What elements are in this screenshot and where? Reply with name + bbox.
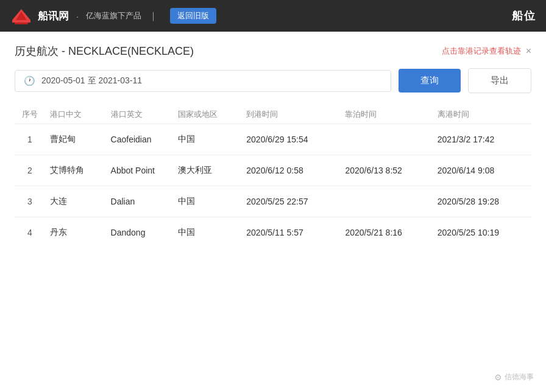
cell-2-4: 2020/5/25 22:57 [241, 186, 340, 217]
cell-1-4: 2020/6/12 0:58 [241, 155, 340, 186]
title-row: 历史航次 - NECKLACE(NECKLACE) 点击靠港记录查看轨迹 × [15, 44, 531, 58]
logo-icon [10, 7, 33, 25]
old-version-button[interactable]: 返回旧版 [170, 8, 216, 24]
header-left: 船讯网 · 亿海蓝旗下产品 ｜ 返回旧版 [10, 7, 216, 25]
cell-3-3: 中国 [173, 217, 241, 248]
col-header-berth: 靠泊时间 [340, 105, 432, 124]
cell-0-5 [340, 124, 432, 155]
table-row[interactable]: 1曹妃甸Caofeidian中国2020/6/29 15:542021/3/2 … [15, 124, 531, 155]
cell-1-2: Abbot Point [106, 155, 174, 186]
svg-rect-2 [15, 23, 28, 24]
col-header-departure: 离港时间 [433, 105, 531, 124]
cell-3-5: 2020/5/21 8:16 [340, 217, 432, 248]
cell-0-2: Caofeidian [106, 124, 174, 155]
watermark-label: 信德海事 [505, 372, 534, 382]
col-header-port-cn: 港口中文 [45, 105, 106, 124]
track-hint-area: 点击靠港记录查看轨迹 × [442, 46, 531, 57]
brand-divider: · [76, 11, 79, 21]
query-button[interactable]: 查询 [399, 69, 461, 93]
cell-2-2: Dalian [106, 186, 174, 217]
cell-3-2: Dandong [106, 217, 174, 248]
col-header-index: 序号 [15, 105, 45, 124]
brand-name: 船讯网 [38, 9, 69, 23]
date-range-text: 2020-05-01 至 2021-03-11 [41, 75, 142, 86]
close-icon[interactable]: × [526, 46, 531, 57]
date-range-input[interactable]: 🕐 2020-05-01 至 2021-03-11 [15, 70, 391, 92]
cell-0-3: 中国 [173, 124, 241, 155]
cell-3-1: 丹东 [45, 217, 106, 248]
cell-1-0: 2 [15, 155, 45, 186]
cell-0-4: 2020/6/29 15:54 [241, 124, 340, 155]
separator: ｜ [149, 10, 158, 22]
cell-2-6: 2020/5/28 19:28 [433, 186, 531, 217]
table-row[interactable]: 3大连Dalian中国2020/5/25 22:572020/5/28 19:2… [15, 186, 531, 217]
cell-3-6: 2020/5/25 10:19 [433, 217, 531, 248]
cell-0-6: 2021/3/2 17:42 [433, 124, 531, 155]
col-header-country: 国家或地区 [173, 105, 241, 124]
cell-0-1: 曹妃甸 [45, 124, 106, 155]
table-header: 序号 港口中文 港口英文 国家或地区 到港时间 靠泊时间 离港时间 [15, 105, 531, 124]
cell-1-5: 2020/6/13 8:52 [340, 155, 432, 186]
search-row: 🕐 2020-05-01 至 2021-03-11 查询 导出 [15, 68, 531, 93]
cell-0-0: 1 [15, 124, 45, 155]
cell-3-4: 2020/5/11 5:57 [241, 217, 340, 248]
sub-brand: 亿海蓝旗下产品 [86, 10, 141, 21]
page-title: 历史航次 - NECKLACE(NECKLACE) [15, 44, 194, 58]
col-header-port-en: 港口英文 [106, 105, 174, 124]
header-right-label: 船位 [512, 9, 536, 23]
cell-2-1: 大连 [45, 186, 106, 217]
watermark: ⚙ 信德海事 [494, 372, 534, 382]
clock-icon: 🕐 [24, 75, 35, 86]
cell-1-6: 2020/6/14 9:08 [433, 155, 531, 186]
voyage-table: 序号 港口中文 港口英文 国家或地区 到港时间 靠泊时间 离港时间 1曹妃甸Ca… [15, 105, 531, 248]
cell-2-5 [340, 186, 432, 217]
table-body: 1曹妃甸Caofeidian中国2020/6/29 15:542021/3/2 … [15, 124, 531, 248]
track-hint-text[interactable]: 点击靠港记录查看轨迹 [442, 46, 521, 57]
table-row[interactable]: 2艾博特角Abbot Point澳大利亚2020/6/12 0:582020/6… [15, 155, 531, 186]
col-header-arrival: 到港时间 [241, 105, 340, 124]
cell-1-1: 艾博特角 [45, 155, 106, 186]
export-button[interactable]: 导出 [468, 68, 531, 93]
main-content: 历史航次 - NECKLACE(NECKLACE) 点击靠港记录查看轨迹 × 🕐… [0, 32, 546, 392]
header: 船讯网 · 亿海蓝旗下产品 ｜ 返回旧版 船位 [0, 0, 546, 32]
watermark-icon: ⚙ [494, 373, 502, 382]
cell-3-0: 4 [15, 217, 45, 248]
cell-1-3: 澳大利亚 [173, 155, 241, 186]
cell-2-0: 3 [15, 186, 45, 217]
cell-2-3: 中国 [173, 186, 241, 217]
table-row[interactable]: 4丹东Dandong中国2020/5/11 5:572020/5/21 8:16… [15, 217, 531, 248]
